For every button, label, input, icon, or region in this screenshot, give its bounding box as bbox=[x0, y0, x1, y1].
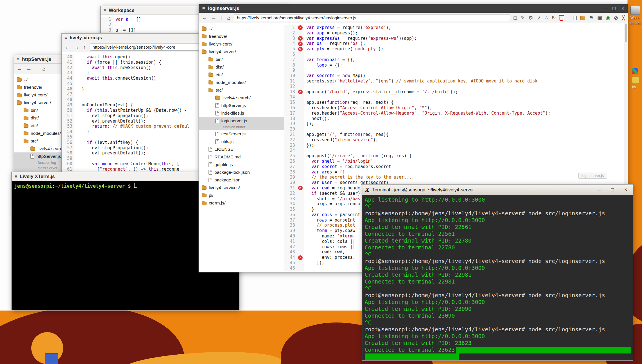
tree-item[interactable]: package.json bbox=[199, 176, 284, 184]
tree-item[interactable]: ../ bbox=[199, 25, 284, 32]
tree-item[interactable]: lively4-server/ bbox=[199, 48, 284, 55]
menu-icon[interactable]: ≡ bbox=[104, 8, 106, 13]
error-badge-icon[interactable]: × bbox=[298, 255, 303, 260]
gutter-cell bbox=[297, 63, 304, 68]
open-external-icon[interactable]: ↗ bbox=[537, 15, 541, 20]
flag-icon[interactable]: ⚑ bbox=[589, 15, 593, 20]
tree-item[interactable]: LICENSE bbox=[199, 145, 284, 153]
error-badge-icon[interactable]: × bbox=[298, 186, 303, 190]
prompt-token: : bbox=[52, 183, 55, 189]
gutter-cell bbox=[297, 57, 304, 63]
tree-item[interactable]: gulpfile.js bbox=[199, 161, 284, 168]
settings-gear-icon[interactable]: ⚙ bbox=[528, 15, 533, 20]
save-icon[interactable]: ▣ bbox=[597, 15, 602, 20]
line-number: 53 bbox=[62, 124, 74, 129]
eye-icon[interactable]: ◉ bbox=[606, 15, 610, 20]
tree-item[interactable]: utils.js bbox=[199, 138, 284, 145]
menu-icon[interactable]: ≡ bbox=[17, 57, 19, 62]
folder-icon bbox=[24, 140, 28, 143]
error-badge-icon[interactable]: × bbox=[298, 47, 303, 51]
delete-trash-icon[interactable] bbox=[560, 16, 563, 21]
code-text: evt.preventDefault(); bbox=[74, 119, 146, 124]
code-line: 1×var express = require('express'); bbox=[284, 25, 628, 30]
tree-item[interactable]: bin/ bbox=[199, 55, 284, 63]
terminal-titlebar[interactable]: X Terminal - jens@sensorpi: ~/lively4/li… bbox=[362, 185, 633, 195]
code-text: cols: cols || bbox=[304, 239, 355, 244]
error-badge-icon[interactable]: × bbox=[298, 25, 303, 30]
tree-item[interactable]: indexfiles.js bbox=[199, 109, 284, 117]
code-text bbox=[74, 81, 77, 86]
terminal-line: ^C bbox=[365, 203, 631, 210]
folder-icon bbox=[17, 86, 22, 89]
cancel-icon[interactable]: ⊘ bbox=[614, 15, 618, 20]
tree-item-label: httpServer.js bbox=[36, 154, 61, 159]
minimize-button[interactable]: – bbox=[598, 187, 601, 192]
back-button[interactable]: ← bbox=[17, 66, 22, 71]
scrollbar-thumb[interactable] bbox=[625, 24, 627, 42]
up-button[interactable]: ↑ bbox=[36, 66, 38, 71]
tree-item[interactable]: freenove/ bbox=[199, 32, 284, 40]
url-input[interactable]: https://lively-kernel.org/sensorpi/livel… bbox=[234, 14, 510, 21]
terminal-output[interactable]: App listening to http://0.0.0.0:3000^Cro… bbox=[362, 195, 633, 360]
error-badge-icon[interactable]: × bbox=[298, 90, 303, 94]
maximize-button[interactable]: □ bbox=[613, 6, 616, 11]
gutter-cell bbox=[297, 73, 304, 78]
code-text: await this.connectSession() bbox=[74, 76, 156, 81]
home-button[interactable]: ⌂ bbox=[42, 66, 46, 71]
graph-icon[interactable]: ∴ bbox=[545, 15, 548, 20]
folder-icon[interactable] bbox=[580, 16, 585, 20]
tree-item[interactable]: testServer.js bbox=[199, 130, 284, 138]
error-badge-icon[interactable]: × bbox=[298, 42, 303, 46]
tree-item[interactable]: README.md bbox=[199, 153, 284, 161]
tree-item[interactable]: pi/ bbox=[199, 191, 284, 199]
forward-button[interactable]: → bbox=[211, 15, 216, 20]
edit-icon[interactable]: ✎ bbox=[520, 15, 525, 20]
tree-item[interactable]: package-lock.json bbox=[199, 168, 284, 176]
new-file-icon[interactable] bbox=[573, 16, 577, 20]
menu-icon[interactable]: ≡ bbox=[65, 35, 67, 40]
forward-button[interactable]: → bbox=[74, 44, 79, 50]
forward-button[interactable]: → bbox=[26, 66, 32, 71]
line-number: 31 bbox=[284, 185, 297, 191]
tree-item-label: etc/ bbox=[216, 72, 223, 77]
up-button[interactable]: ↑ bbox=[220, 15, 223, 20]
home-button[interactable]: ⌂ bbox=[227, 15, 230, 20]
minimize-button[interactable]: – bbox=[604, 6, 607, 11]
desktop-icon-wastebasket[interactable]: Wase up dat bbox=[630, 6, 642, 25]
menu-icon[interactable]: ≡ bbox=[202, 6, 205, 11]
select-mode-icon[interactable]: □ bbox=[513, 15, 517, 20]
close-editor-icon[interactable]: ╳ bbox=[622, 15, 625, 20]
line-number: 1 bbox=[101, 17, 113, 22]
line-number: 21 bbox=[284, 132, 297, 137]
loginserver-titlebar[interactable]: ≡ loginserver.js –□× bbox=[199, 4, 628, 13]
tree-item[interactable]: lively4-core/ bbox=[199, 40, 284, 48]
tree-item[interactable]: lively4-services/ bbox=[199, 184, 284, 191]
line-number: 41 bbox=[62, 60, 74, 65]
back-button[interactable]: ← bbox=[65, 44, 70, 50]
tree-item[interactable]: lively4-search/ bbox=[199, 94, 284, 102]
taskbar-item[interactable] bbox=[45, 353, 58, 364]
tree-item[interactable]: httpServer.js bbox=[199, 102, 284, 109]
reload-icon[interactable]: ↻ bbox=[552, 15, 556, 20]
close-button[interactable]: × bbox=[621, 6, 624, 11]
desktop-icon-folder[interactable]: ng bbox=[632, 68, 642, 88]
back-button[interactable]: ← bbox=[202, 15, 207, 20]
folder-icon bbox=[209, 73, 213, 77]
tree-item[interactable]: dist/ bbox=[199, 63, 284, 71]
folder-icon bbox=[215, 96, 220, 100]
error-badge-icon[interactable]: × bbox=[298, 36, 303, 41]
gutter-cell bbox=[297, 212, 304, 218]
url-text: https://lively-kernel.org/sensorpi/livel… bbox=[237, 15, 356, 20]
menu-icon[interactable]: ≡ bbox=[15, 174, 17, 179]
close-button[interactable]: × bbox=[624, 187, 627, 192]
up-button[interactable]: ↑ bbox=[83, 44, 86, 50]
tree-item[interactable]: etc/ bbox=[199, 71, 284, 78]
maximize-button[interactable]: □ bbox=[611, 187, 614, 192]
tree-item[interactable]: src/ bbox=[199, 86, 284, 94]
code-text: res.header("Access-Control-Allow-Origin"… bbox=[304, 105, 432, 111]
tree-item[interactable]: xterm.js/ bbox=[199, 199, 284, 207]
tree-item[interactable]: node_modules/ bbox=[199, 78, 284, 86]
tree-item[interactable]: loginserver.js bbox=[199, 117, 284, 125]
line-number: 40 bbox=[284, 233, 297, 239]
code-text: logs = {}; bbox=[304, 63, 342, 68]
